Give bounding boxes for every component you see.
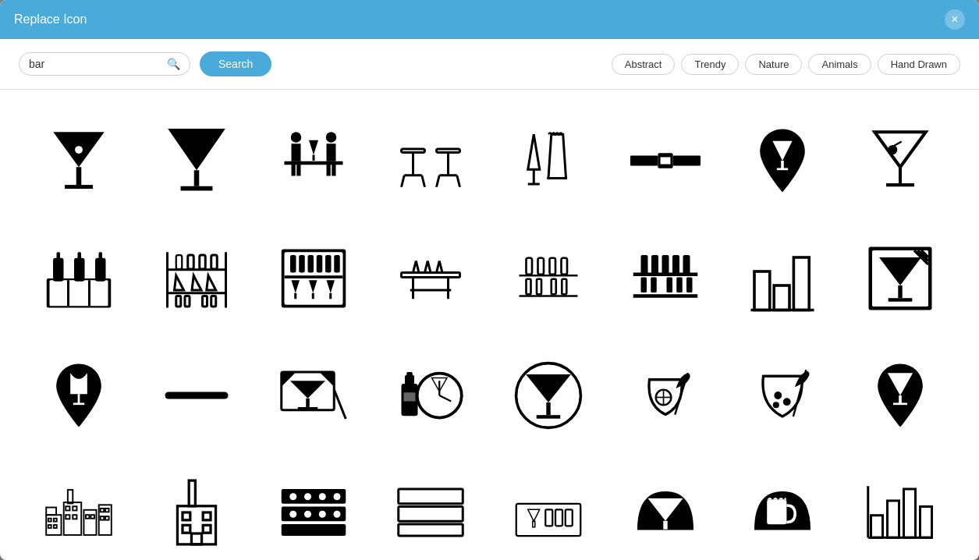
svg-rect-105 xyxy=(686,277,693,292)
svg-rect-126 xyxy=(298,407,318,410)
svg-rect-6 xyxy=(180,186,212,191)
svg-rect-203 xyxy=(768,500,787,525)
svg-rect-77 xyxy=(294,292,296,299)
icon-people-at-bar[interactable] xyxy=(258,105,369,216)
svg-rect-2 xyxy=(65,185,93,189)
svg-rect-108 xyxy=(794,257,810,310)
filter-hand-drawn[interactable]: Hand Drawn xyxy=(878,54,960,75)
icon-beer-glasses[interactable] xyxy=(493,105,604,216)
icon-martini-outline[interactable] xyxy=(23,105,134,216)
svg-rect-199 xyxy=(555,510,562,526)
svg-rect-168 xyxy=(91,516,95,519)
close-button[interactable]: × xyxy=(945,9,965,30)
svg-point-186 xyxy=(319,494,326,501)
svg-rect-63 xyxy=(202,296,207,307)
svg-rect-117 xyxy=(889,298,913,302)
icon-bar-stools[interactable] xyxy=(375,105,486,216)
svg-rect-31 xyxy=(630,156,658,166)
svg-rect-103 xyxy=(667,277,673,292)
svg-rect-135 xyxy=(404,392,416,401)
search-input[interactable] xyxy=(29,58,167,70)
icon-bar-counter[interactable] xyxy=(493,457,604,560)
icon-martini-framed[interactable] xyxy=(845,222,956,333)
search-button[interactable]: Search xyxy=(200,51,271,76)
icon-shelf-bottles-2[interactable] xyxy=(493,222,604,333)
svg-rect-106 xyxy=(754,271,770,310)
svg-rect-47 xyxy=(53,257,64,281)
icon-martini-sign[interactable] xyxy=(258,340,369,451)
icon-bar-location-pin[interactable] xyxy=(727,105,838,216)
svg-rect-183 xyxy=(282,524,346,536)
svg-rect-62 xyxy=(185,296,190,307)
svg-rect-61 xyxy=(176,296,180,307)
icon-bar-cabinet-filled[interactable] xyxy=(258,222,369,333)
svg-point-7 xyxy=(291,132,302,143)
svg-rect-198 xyxy=(545,510,552,526)
svg-point-148 xyxy=(775,393,781,399)
svg-point-184 xyxy=(289,494,296,501)
svg-marker-124 xyxy=(290,381,325,399)
svg-rect-57 xyxy=(176,255,182,269)
svg-point-41 xyxy=(889,147,896,153)
icon-bar-chart-outline[interactable] xyxy=(845,457,956,560)
icon-martini-circle[interactable] xyxy=(493,340,604,451)
svg-rect-205 xyxy=(887,501,899,537)
icon-rack-unit[interactable] xyxy=(258,457,369,560)
icon-bar-shelf-filled[interactable] xyxy=(610,222,721,333)
svg-rect-34 xyxy=(661,158,671,165)
icon-single-building[interactable] xyxy=(140,457,251,560)
svg-rect-192 xyxy=(399,489,463,504)
icon-beer-mug-dark[interactable] xyxy=(727,457,838,560)
svg-line-27 xyxy=(457,175,460,187)
svg-rect-67 xyxy=(284,275,342,278)
svg-rect-139 xyxy=(546,402,550,415)
icon-wine-location[interactable] xyxy=(23,340,134,451)
icon-bow-tie[interactable] xyxy=(610,105,721,216)
search-icon: 🔍 xyxy=(167,58,180,70)
icon-martini-outline-2[interactable] xyxy=(845,105,956,216)
icon-martini-location-2[interactable] xyxy=(845,340,956,451)
svg-rect-107 xyxy=(775,285,790,310)
icon-bottle-clock[interactable] xyxy=(375,340,486,451)
icon-tropical-drink-2[interactable] xyxy=(727,340,838,451)
svg-marker-196 xyxy=(527,510,539,522)
filter-abstract[interactable]: Abstract xyxy=(612,54,676,75)
svg-line-22 xyxy=(422,175,425,187)
svg-rect-97 xyxy=(651,255,658,274)
icon-martini-filled[interactable] xyxy=(140,105,251,216)
svg-rect-17 xyxy=(312,155,314,161)
filter-trendy[interactable]: Trendy xyxy=(681,54,739,75)
filter-nature[interactable]: Nature xyxy=(745,54,802,75)
svg-rect-202 xyxy=(663,521,667,530)
icon-bar-sign-dark[interactable] xyxy=(610,457,721,560)
icon-minus-bar[interactable] xyxy=(140,340,251,451)
svg-rect-44 xyxy=(50,280,108,306)
svg-rect-158 xyxy=(48,525,51,528)
filter-tags: Abstract Trendy Nature Animals Hand Draw… xyxy=(612,54,960,75)
svg-rect-178 xyxy=(183,526,190,533)
icon-bar-table[interactable] xyxy=(375,222,486,333)
svg-point-187 xyxy=(333,494,340,501)
svg-rect-200 xyxy=(565,510,572,526)
svg-line-21 xyxy=(402,175,405,187)
icon-bar-chart[interactable] xyxy=(727,222,838,333)
icon-bottle-crate[interactable] xyxy=(23,222,134,333)
svg-rect-49 xyxy=(95,257,106,281)
svg-rect-88 xyxy=(549,257,555,274)
svg-rect-195 xyxy=(516,504,580,536)
svg-rect-125 xyxy=(306,399,310,407)
icon-tropical-drink[interactable] xyxy=(610,340,721,451)
svg-rect-172 xyxy=(101,516,105,520)
svg-rect-152 xyxy=(899,395,902,404)
icon-shelving-unit[interactable] xyxy=(375,457,486,560)
svg-rect-193 xyxy=(399,507,463,522)
svg-rect-36 xyxy=(782,161,785,169)
svg-rect-45 xyxy=(67,280,69,306)
svg-point-190 xyxy=(319,511,326,518)
icon-city-buildings[interactable] xyxy=(23,457,134,560)
svg-rect-90 xyxy=(526,278,530,294)
filter-animals[interactable]: Animals xyxy=(808,54,871,75)
svg-rect-206 xyxy=(903,489,915,537)
svg-rect-173 xyxy=(105,516,109,520)
icon-bar-shelves-outline[interactable] xyxy=(140,222,251,333)
